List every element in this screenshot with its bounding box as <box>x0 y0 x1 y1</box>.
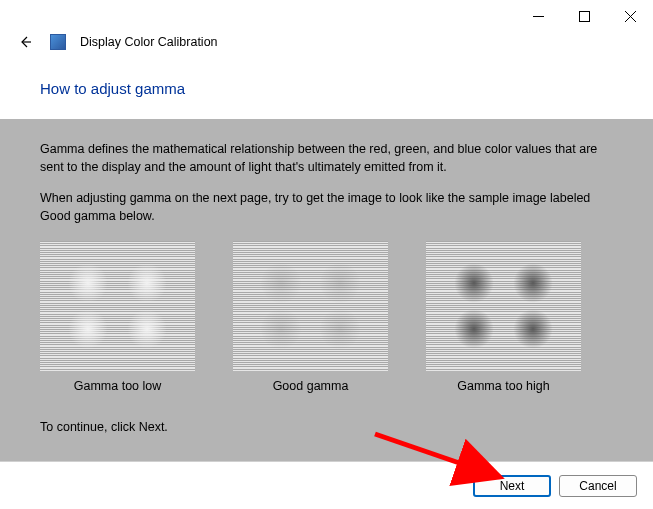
sample-low-image <box>40 241 195 371</box>
header: Display Color Calibration <box>0 30 653 60</box>
svg-rect-1 <box>579 11 589 21</box>
cancel-button[interactable]: Cancel <box>559 475 637 497</box>
sample-high-image <box>426 241 581 371</box>
app-title: Display Color Calibration <box>80 35 218 49</box>
continue-text: To continue, click Next. <box>40 419 617 437</box>
sample-good: Good gamma <box>233 241 388 393</box>
back-button[interactable] <box>14 34 36 50</box>
content-area: Gamma defines the mathematical relations… <box>0 119 653 461</box>
close-button[interactable] <box>607 2 653 30</box>
sample-low: Gamma too low <box>40 241 195 393</box>
sample-good-image <box>233 241 388 371</box>
sample-good-label: Good gamma <box>233 379 388 393</box>
paragraph-1: Gamma defines the mathematical relations… <box>40 141 617 176</box>
sample-low-label: Gamma too low <box>40 379 195 393</box>
sample-high: Gamma too high <box>426 241 581 393</box>
footer: Next Cancel <box>0 461 653 509</box>
minimize-button[interactable] <box>515 2 561 30</box>
maximize-button[interactable] <box>561 2 607 30</box>
paragraph-2: When adjusting gamma on the next page, t… <box>40 190 617 225</box>
page-heading: How to adjust gamma <box>0 60 653 119</box>
gamma-samples: Gamma too low Good gamma Gamma too high <box>40 241 617 393</box>
next-button[interactable]: Next <box>473 475 551 497</box>
sample-high-label: Gamma too high <box>426 379 581 393</box>
window-titlebar <box>0 0 653 30</box>
app-icon <box>50 34 66 50</box>
